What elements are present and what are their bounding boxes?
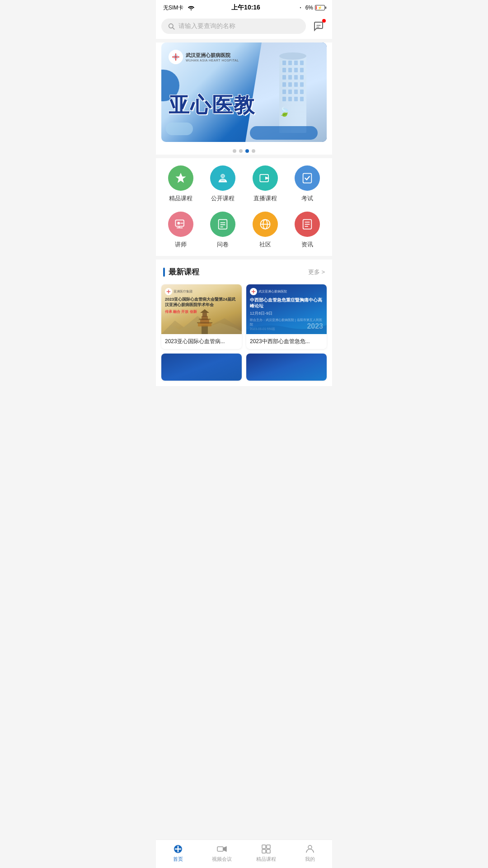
svg-rect-18 [288, 75, 292, 80]
status-battery: 6% ⚡ [297, 5, 325, 11]
menu-label-gongkai: 公开课程 [211, 194, 235, 203]
menu-row-2: 讲师 问卷 社区 [160, 212, 328, 249]
status-bar: 无SIM卡 上午10:16 6% ⚡ [156, 0, 332, 14]
banner-hospital-logo: 武汉亚洲心脏病医院 WUHAN ASIA HEART HOSPITAL [169, 50, 239, 64]
nav-item-courses[interactable]: 精品课程 [248, 844, 284, 863]
menu-label-jianshi: 讲师 [175, 241, 187, 249]
open-course-icon [216, 172, 229, 184]
svg-point-1 [300, 7, 300, 8]
course-thumb-1: 亚洲医疗集团 2023亚心国际心血管病大会暨第24届武汉亚洲心脏病医院学术年会 … [161, 284, 242, 334]
exam-icon [301, 172, 314, 184]
menu-item-jianshi[interactable]: 讲师 [163, 212, 199, 249]
svg-rect-16 [300, 68, 304, 72]
menu-label-zhibo: 直播课程 [253, 194, 277, 203]
nav-label-video: 视频会议 [212, 856, 232, 863]
message-button[interactable] [310, 18, 327, 34]
menu-item-zhibo[interactable]: 直播课程 [247, 165, 283, 203]
menu-row-1: 精品课程 公开课程 直播课程 [160, 165, 328, 203]
svg-rect-19 [294, 75, 298, 80]
banner-slide[interactable]: 武汉亚洲心脏病医院 WUHAN ASIA HEART HOSPITAL 亚心医教… [161, 42, 327, 142]
svg-point-70 [308, 845, 312, 849]
nav-item-home[interactable]: 首页 [160, 844, 196, 863]
nav-item-mine[interactable]: 我的 [292, 844, 328, 863]
menu-item-shequ[interactable]: 社区 [247, 212, 283, 249]
search-placeholder-text: 请输入要查询的名称 [178, 22, 235, 30]
community-icon [259, 218, 272, 231]
svg-rect-21 [282, 82, 286, 87]
banner-blue-bottom-shape [250, 126, 318, 140]
banner-title: 亚心医教 [169, 91, 255, 119]
menu-item-kaoshi[interactable]: 考试 [289, 165, 325, 203]
banner-dot-2[interactable] [239, 149, 243, 153]
svg-marker-65 [223, 847, 226, 851]
svg-rect-11 [294, 61, 298, 65]
svg-rect-32 [300, 97, 304, 101]
hospital-name-cn: 武汉亚洲心脏病医院 [186, 52, 239, 59]
course-name-1: 2023亚心国际心血管病... [165, 338, 238, 345]
course-card-1[interactable]: 亚洲医疗集团 2023亚心国际心血管病大会暨第24届武汉亚洲心脏病医院学术年会 … [161, 284, 242, 349]
banner-dot-4[interactable] [252, 149, 255, 153]
svg-rect-42 [219, 220, 227, 229]
svg-marker-37 [265, 177, 269, 180]
svg-marker-59 [200, 309, 209, 313]
search-bar[interactable]: 请输入要查询的名称 [161, 19, 306, 34]
svg-rect-30 [288, 97, 292, 101]
svg-rect-35 [221, 175, 225, 178]
svg-rect-25 [282, 90, 286, 94]
svg-rect-8 [279, 56, 306, 133]
svg-rect-69 [267, 849, 270, 853]
menu-label-jingpin: 精品课程 [169, 194, 192, 203]
course-name-2: 2023中西部心血管急危... [250, 338, 323, 345]
svg-rect-15 [294, 68, 298, 72]
nav-label-mine: 我的 [305, 856, 315, 863]
nav-label-courses: 精品课程 [256, 856, 276, 863]
svg-point-0 [191, 9, 192, 10]
svg-rect-26 [288, 90, 292, 94]
course-grid: 亚洲医疗集团 2023亚心国际心血管病大会暨第24届武汉亚洲心脏病医院学术年会 … [156, 281, 332, 386]
svg-rect-24 [300, 82, 304, 87]
search-icon [168, 23, 175, 30]
svg-rect-68 [262, 849, 266, 853]
nav-item-video[interactable]: 视频会议 [204, 844, 240, 863]
menu-item-zixun[interactable]: 资讯 [289, 212, 325, 249]
section-title: 最新课程 [169, 267, 199, 277]
section-more-button[interactable]: 更多 > [308, 268, 325, 276]
menu-item-jingpin[interactable]: 精品课程 [163, 165, 199, 203]
menu-item-gongkai[interactable]: 公开课程 [205, 165, 241, 203]
svg-rect-58 [202, 313, 207, 317]
survey-icon [216, 218, 229, 231]
bottom-nav: 首页 视频会议 精品课程 我的 [156, 840, 332, 868]
hospital-name-en: WUHAN ASIA HEART HOSPITAL [186, 59, 239, 62]
svg-rect-13 [282, 68, 286, 72]
svg-rect-31 [294, 97, 298, 101]
menu-label-shequ: 社区 [259, 241, 271, 249]
course-thumb-4 [246, 354, 327, 381]
banner-container: 武汉亚洲心脏病医院 WUHAN ASIA HEART HOSPITAL 亚心医教… [156, 42, 332, 155]
svg-rect-64 [217, 847, 223, 851]
banner-pagination-dots [156, 146, 332, 155]
svg-rect-9 [282, 61, 286, 65]
svg-rect-17 [282, 75, 286, 80]
menu-grid: 精品课程 公开课程 直播课程 [156, 158, 332, 256]
svg-rect-23 [294, 82, 298, 87]
banner-dot-3[interactable] [245, 149, 249, 153]
svg-point-40 [177, 222, 180, 225]
svg-point-33 [279, 52, 306, 60]
course-card-3[interactable] [161, 354, 242, 381]
svg-rect-14 [288, 68, 292, 72]
svg-rect-66 [262, 845, 266, 849]
menu-item-wenjuan[interactable]: 问卷 [205, 212, 241, 249]
menu-label-kaoshi: 考试 [301, 194, 313, 203]
news-icon [301, 218, 314, 231]
nav-label-home: 首页 [173, 856, 183, 863]
svg-rect-27 [294, 90, 298, 94]
course-card-4[interactable] [246, 354, 327, 381]
banner-dot-1[interactable] [233, 149, 236, 153]
svg-rect-20 [300, 75, 304, 80]
instructor-icon [174, 218, 187, 231]
svg-line-3 [173, 28, 174, 29]
svg-rect-22 [288, 82, 292, 87]
premium-course-icon [174, 172, 187, 184]
course-card-2[interactable]: 武汉亚洲心脏病医院 中西部心血管急危重症暨胸痛中心高峰论坛 12月8日-9日 联… [246, 284, 327, 349]
search-area: 请输入要查询的名称 [156, 14, 332, 39]
